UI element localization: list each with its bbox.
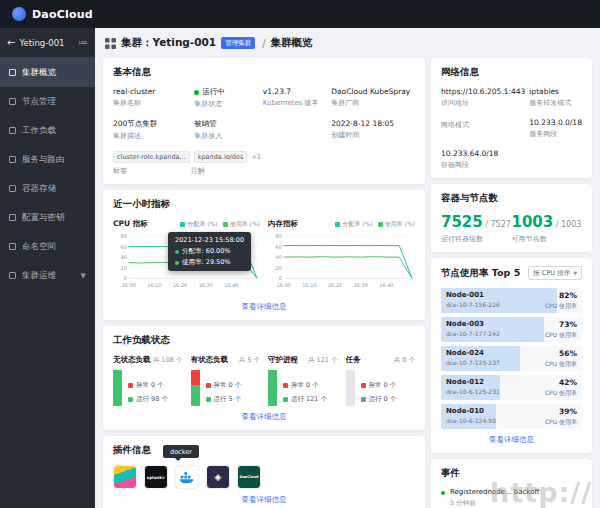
node-usage-row[interactable]: Node-003dce-10-7-177-24273%CPU 使用率: [441, 317, 582, 342]
node-usage-row[interactable]: Node-001dce-10-7-156-22682%CPU 使用率: [441, 288, 582, 313]
daocloud-plugin-icon[interactable]: DaoCloud: [237, 465, 261, 489]
menu-item-icon: [9, 69, 16, 76]
chart-legend: 分配率 (%)使用率 (%): [335, 220, 415, 229]
cpu-chart[interactable]: CPU 指标分配率 (%)使用率 (%)02040608016:0016:101…: [113, 219, 260, 296]
card-title: 容器与节点数: [441, 192, 582, 205]
svg-text:16:40: 16:40: [224, 282, 238, 288]
node-usage-label: CPU 使用率: [545, 302, 577, 311]
node-usage-label: CPU 使用率: [545, 360, 577, 369]
page-title: 集群：Yeting-001: [121, 36, 216, 50]
workload-grid: 无状态负载共 108 个异常 0 个运行 98 个有状态负载共 5 个异常 0 …: [113, 355, 415, 406]
sidebar-item[interactable]: 服务与路由: [0, 145, 95, 174]
plugins-detail-link[interactable]: 查看详细信息: [113, 495, 415, 505]
menu-item-icon: [9, 156, 16, 163]
svg-text:80: 80: [276, 233, 282, 239]
sidebar-collapse-icon[interactable]: ≔: [78, 37, 88, 48]
docker-plugin-icon[interactable]: [175, 465, 199, 489]
status-dot: [206, 397, 211, 402]
card-title: 工作负载状态: [113, 334, 415, 347]
info-value: iptables: [529, 87, 582, 96]
node-usage-row[interactable]: Node-024dce-10-7-125-23756%CPU 使用率: [441, 346, 582, 371]
status-dot: [283, 383, 288, 388]
workload-item: 无状态负载共 108 个异常 0 个运行 98 个: [113, 355, 183, 406]
workload-detail-link[interactable]: 查看详细信息: [113, 412, 415, 422]
tooltip-time: 2021-12-23 15:58:00: [175, 235, 244, 246]
event-time: 5 分钟前: [450, 499, 539, 508]
chart-legend: 分配率 (%)使用率 (%): [180, 220, 260, 229]
info-value: 运行中: [194, 87, 258, 97]
docker-whale-glyph: [179, 471, 195, 484]
count-total: / 1003: [553, 220, 581, 229]
info-label: 集群厂商: [331, 98, 415, 108]
svg-text:20: 20: [121, 265, 127, 271]
status-dot: [361, 397, 366, 402]
svg-text:16:30: 16:30: [354, 282, 368, 288]
status-dot: [361, 383, 366, 388]
svg-text:60: 60: [276, 244, 282, 250]
dark-plugin-icon[interactable]: ◈: [206, 465, 230, 489]
network-info-card: 网络信息 https://10.6.205.1:443访问地址iptables服…: [431, 58, 592, 178]
menu-item-icon: [9, 127, 16, 134]
sidebar-item[interactable]: 配置与密钥: [0, 203, 95, 232]
workload-name: 任务: [346, 355, 361, 365]
breadcrumb-separator: /: [262, 38, 265, 49]
chevron-down-icon: ▼: [573, 270, 577, 276]
back-arrow-icon[interactable]: ←: [7, 37, 15, 48]
svg-text:20: 20: [276, 265, 282, 271]
app-layout: ← Yeting-001 ≔ 集群概览节点管理工作负载服务与路由容器存储配置与密…: [0, 28, 600, 508]
info-value: 10.233.64.0/18: [441, 149, 525, 158]
legend-swatch: [223, 222, 228, 227]
status-dot: [283, 397, 288, 402]
info-cell: 2022-8-12 18:05创建时间: [331, 119, 415, 141]
info-cell: iptables服务转发模式: [529, 87, 582, 108]
workload-stat: 异常 0 个: [361, 381, 397, 390]
node-usage-list: Node-001dce-10-7-156-22682%CPU 使用率Node-0…: [441, 288, 582, 429]
sidebar-item[interactable]: 集群概览: [0, 58, 95, 87]
legend-item: 使用率 (%): [378, 220, 415, 229]
workload-stat: 运行 98 个: [128, 395, 168, 404]
info-cell: 网络模式: [441, 118, 525, 139]
top5-detail-link[interactable]: 查看详细信息: [441, 435, 582, 445]
node-usage-row[interactable]: Node-012dce-10-6-125-23142%CPU 使用率: [441, 375, 582, 400]
count-label: 运行容器组数: [441, 234, 512, 244]
legend-item: 使用率 (%): [223, 220, 260, 229]
info-cell: 10.233.0.0/18服务网段: [529, 118, 582, 139]
node-ip: dce-10-6-125-231: [446, 388, 500, 395]
node-usage-top5-card: 节点使用率 Top 5 按 CPU 排序 ▼ Node-001dce-10-7-…: [431, 258, 592, 453]
chart-title: 内存指标: [268, 219, 298, 229]
svg-text:16:40: 16:40: [379, 282, 393, 288]
chart-header: 内存指标分配率 (%)使用率 (%): [268, 219, 415, 229]
sort-select[interactable]: 按 CPU 排序 ▼: [528, 266, 582, 280]
sidebar-item[interactable]: 容器存储: [0, 174, 95, 203]
card-title: 插件信息: [113, 444, 415, 457]
metrics-detail-link[interactable]: 查看详细信息: [113, 302, 415, 312]
svg-text:80: 80: [121, 233, 127, 239]
network-grid: https://10.6.205.1:443访问地址iptables服务转发模式…: [441, 87, 582, 170]
elastic-plugin-icon[interactable]: [113, 465, 137, 489]
main-content: 集群：Yeting-001 管理集群 / 集群概览 基本信息 real-clus…: [95, 28, 600, 508]
chart-tooltip: 2021-12-23 15:58:00分配率: 60.00%使用率: 29.50…: [168, 232, 251, 271]
line-chart-plot[interactable]: 02040608016:0016:1016:2016:3016:40: [268, 231, 415, 294]
sidebar-item[interactable]: 工作负载: [0, 116, 95, 145]
svg-text:40: 40: [121, 254, 127, 260]
brand-name: DaoCloud: [32, 8, 93, 21]
sidebar-item[interactable]: 命名空间: [0, 232, 95, 261]
splunk-plugin-icon[interactable]: splunk>: [144, 465, 168, 489]
sidebar-header: ← Yeting-001 ≔: [0, 28, 95, 58]
sidebar-item-label: 集群运维: [22, 270, 56, 282]
workload-name: 无状态负载: [113, 355, 151, 365]
workload-head: 有状态负载共 5 个: [191, 355, 261, 365]
svg-text:40: 40: [276, 254, 282, 260]
workload-total: 共 5 个: [239, 356, 260, 365]
node-name: Node-001: [446, 291, 500, 299]
info-label: 服务转发模式: [529, 98, 582, 108]
memory-chart[interactable]: 内存指标分配率 (%)使用率 (%)02040608016:0016:1016:…: [268, 219, 415, 296]
sidebar-item[interactable]: 集群运维▼: [0, 261, 95, 290]
info-cell: [529, 149, 582, 170]
workload-total: 共 0 个: [394, 356, 415, 365]
node-ip: dce-10-7-177-242: [446, 330, 500, 337]
event-text: Registerednode... backoff: [450, 488, 539, 497]
count-stat: 7525 / 7527运行容器组数: [441, 213, 512, 244]
node-usage-row[interactable]: Node-010dce-10-6-124-5039%CPU 使用率: [441, 404, 582, 429]
sidebar-item[interactable]: 节点管理: [0, 87, 95, 116]
